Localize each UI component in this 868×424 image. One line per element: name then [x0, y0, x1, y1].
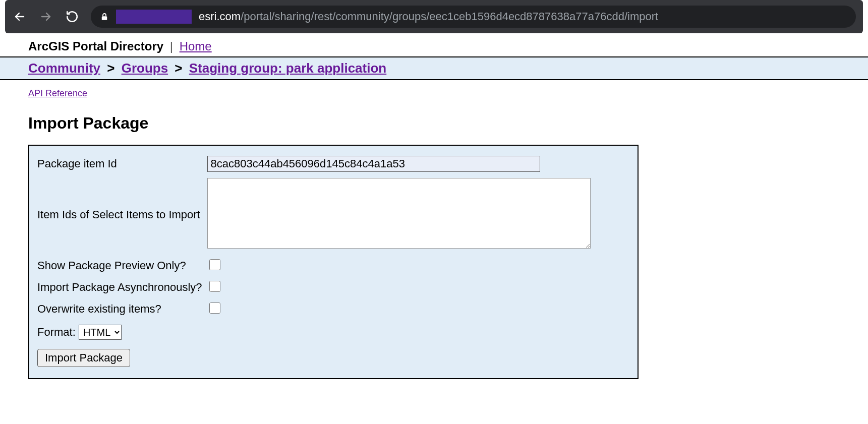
reload-button[interactable] — [65, 9, 80, 24]
format-label: Format: — [37, 326, 76, 338]
svg-rect-2 — [102, 16, 107, 20]
item-ids-label: Item Ids of Select Items to Import — [37, 175, 207, 255]
async-label: Import Package Asynchronously? — [37, 276, 207, 298]
preview-checkbox[interactable] — [209, 259, 220, 270]
breadcrumb: Community > Groups > Staging group: park… — [0, 56, 868, 80]
arrow-right-icon — [40, 11, 52, 23]
site-title: ArcGIS Portal Directory — [28, 39, 163, 53]
breadcrumb-groups[interactable]: Groups — [122, 60, 168, 76]
reload-icon — [66, 10, 79, 23]
package-id-label: Package item Id — [37, 153, 207, 175]
url-path: /portal/sharing/rest/community/groups/ee… — [241, 10, 658, 23]
forward-button[interactable] — [38, 9, 53, 24]
async-checkbox[interactable] — [209, 281, 220, 292]
package-id-input[interactable] — [207, 156, 540, 172]
arrow-left-icon — [14, 11, 26, 23]
home-link[interactable]: Home — [180, 39, 212, 53]
back-button[interactable] — [12, 9, 27, 24]
format-select[interactable]: HTML — [79, 325, 122, 340]
overwrite-checkbox[interactable] — [209, 302, 220, 314]
page-body: ArcGIS Portal Directory | Home Community… — [0, 33, 868, 399]
browser-top-bar: esri.com/portal/sharing/rest/community/g… — [5, 0, 863, 33]
breadcrumb-community[interactable]: Community — [28, 60, 100, 76]
lock-icon — [100, 12, 109, 21]
url-bar[interactable]: esri.com/portal/sharing/rest/community/g… — [91, 6, 856, 28]
breadcrumb-group-name[interactable]: Staging group: park application — [189, 60, 386, 76]
preview-label: Show Package Preview Only? — [37, 255, 207, 276]
site-title-line: ArcGIS Portal Directory | Home — [0, 33, 868, 56]
item-ids-textarea[interactable] — [207, 178, 591, 249]
api-reference-link[interactable]: API Reference — [28, 88, 87, 98]
url-domain: esri.com — [199, 10, 241, 23]
redacted-host — [116, 10, 192, 24]
import-package-button[interactable]: Import Package — [37, 349, 130, 367]
overwrite-label: Overwrite existing items? — [37, 298, 207, 320]
title-sep: | — [167, 39, 176, 53]
page-heading: Import Package — [0, 114, 868, 133]
import-package-form: Package item Id Item Ids of Select Items… — [28, 145, 639, 379]
